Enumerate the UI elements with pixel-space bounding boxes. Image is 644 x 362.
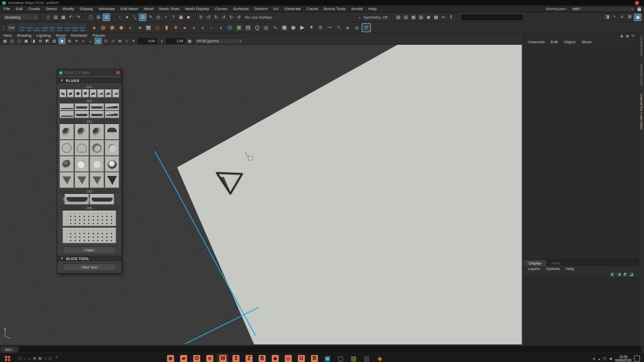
snap-icon[interactable]: ✎ <box>147 14 154 21</box>
exposure-icon[interactable]: ☀ <box>130 38 136 44</box>
tray-clock[interactable]: 19:26 03/06/2018 <box>615 355 631 362</box>
history-icon[interactable]: ↺ <box>220 14 227 21</box>
taskbar-app-icon[interactable]: ▤ <box>348 353 359 362</box>
plug-button[interactable] <box>105 156 119 172</box>
shelf-tool-button[interactable]: 0.0.0FREEZE <box>34 23 41 32</box>
menu-item[interactable]: Mesh <box>144 7 154 11</box>
plug-button[interactable] <box>90 140 104 156</box>
sidebar-toggle-icon[interactable]: ≡ <box>619 14 625 20</box>
history-icon[interactable]: ↻ <box>198 14 204 21</box>
taskbar-app-icon[interactable]: ◆ <box>269 353 281 362</box>
mel-toggle-button[interactable]: MEL <box>1 347 17 352</box>
selection-mode-icon[interactable]: ⊞ <box>95 14 102 21</box>
plug-button[interactable] <box>82 89 89 98</box>
menu-item[interactable]: Edit <box>16 7 23 11</box>
layer-action-icon[interactable]: ◪ <box>630 272 634 277</box>
plug-button[interactable] <box>90 111 104 118</box>
shelf-icon[interactable]: ⌐ <box>208 24 216 32</box>
file-toolbar-icon[interactable]: ↷ <box>75 14 82 21</box>
manipulator-icon[interactable]: ♟ <box>620 34 623 38</box>
pinned-app-icon[interactable]: ⌂ <box>24 357 26 360</box>
plug-button[interactable] <box>105 104 119 111</box>
plug-button[interactable] <box>105 111 119 118</box>
panel-menu-item[interactable]: Renderer <box>71 33 88 38</box>
plug-button[interactable] <box>90 172 104 188</box>
pinned-app-icon[interactable]: ▭ <box>28 356 31 360</box>
tray-up-arrow-icon[interactable]: ∧ <box>593 356 596 361</box>
panel-menu-item[interactable]: Shading <box>17 33 31 38</box>
file-toolbar-icon[interactable]: ▯ <box>45 14 51 21</box>
selection-mode-icon[interactable]: ▢ <box>88 14 94 21</box>
plug-button[interactable] <box>67 89 74 98</box>
shelf-tool-button[interactable]: CENTERPIVOT <box>41 23 48 32</box>
plug-button[interactable] <box>105 89 112 98</box>
tray-discord-icon[interactable]: ◒ <box>598 356 601 361</box>
tab-anim[interactable]: Anim <box>546 260 565 266</box>
shelf-tool-button[interactable]: ALIGNPIVOT <box>64 23 71 32</box>
plug-button[interactable] <box>105 124 119 140</box>
viewport-toolbar-icon[interactable]: ⊠ <box>117 38 123 44</box>
menu-item[interactable]: UV <box>273 7 279 11</box>
plug-button[interactable] <box>59 124 74 140</box>
shelf-icon[interactable]: ▣ <box>280 24 288 32</box>
plug-button[interactable] <box>90 194 114 205</box>
notification-icon[interactable] <box>634 355 640 361</box>
panel-menu-item[interactable]: Panels <box>93 33 105 38</box>
tab-modeling-toolkit[interactable]: Modeling Toolkit <box>640 64 643 86</box>
shelf-icon[interactable]: ▦ <box>144 24 152 32</box>
menu-item[interactable]: Deform <box>255 7 268 11</box>
layer-menu-item[interactable]: Layers <box>528 266 540 271</box>
shelf-tab-arrows[interactable]: ▾▴ <box>2 25 6 30</box>
plug-button[interactable] <box>59 104 74 111</box>
menu-item[interactable]: Edit Mesh <box>120 7 138 11</box>
taskbar-app-icon[interactable]: O <box>191 353 202 362</box>
sidebar-toggle-icon[interactable]: ⊞ <box>626 14 633 20</box>
plug-button[interactable] <box>59 111 74 118</box>
shelf-icon[interactable]: ◍ <box>262 24 270 32</box>
colorspace-dropdown[interactable]: sRGB gamma ▾ <box>194 38 244 44</box>
menu-item[interactable]: Create <box>28 7 40 11</box>
plug-button[interactable] <box>64 194 89 205</box>
plug-button[interactable] <box>59 172 74 188</box>
viewport-toolbar-icon[interactable]: ⊡ <box>103 38 109 44</box>
panel-menu-item[interactable]: View <box>3 33 12 38</box>
shelf-icon[interactable]: ⊕ <box>316 24 325 32</box>
viewport-toolbar-icon[interactable]: ☀ <box>73 38 79 44</box>
channelbox-menu-item[interactable]: Show <box>582 40 592 44</box>
plug-button[interactable] <box>74 89 82 98</box>
plug-button[interactable] <box>74 156 89 172</box>
shelf-icon[interactable]: ▣ <box>235 24 243 32</box>
menu-item[interactable]: Curves <box>215 7 227 11</box>
tray-volume-icon[interactable]: ◄ <box>609 356 613 361</box>
menu-item[interactable]: Bonus Tools <box>324 7 345 11</box>
viewport-toolbar-icon[interactable]: ☼ <box>124 38 130 44</box>
tray-torrent-icon[interactable]: ▽ <box>603 356 606 361</box>
tab-attribute-editor[interactable]: Attribute Editor <box>640 36 643 56</box>
shelf-icon[interactable]: ◎ <box>226 24 234 32</box>
plug-button[interactable] <box>59 140 74 156</box>
edit-icon[interactable]: ✎ <box>631 34 634 38</box>
taskbar-app-icon[interactable]: n <box>204 353 215 362</box>
render-icon[interactable]: ▧ <box>418 14 424 21</box>
shelf-icon[interactable]: ◍ <box>99 24 107 32</box>
viewport-toolbar-icon[interactable]: ◨ <box>30 38 36 44</box>
channel-box-empty[interactable] <box>524 45 638 259</box>
shelf-icon[interactable]: ● <box>90 24 98 32</box>
snap-icon[interactable]: ⊡ <box>139 14 146 21</box>
channelbox-menu-item[interactable]: Object <box>564 40 576 44</box>
shelf-icon[interactable]: ◉ <box>108 24 116 32</box>
snap-icon[interactable]: ╲ <box>131 14 138 21</box>
gamma-icon[interactable]: ◑ <box>158 38 165 44</box>
exposure-field[interactable]: 0.00 <box>138 38 157 44</box>
viewport-toolbar-icon[interactable]: ▱ <box>110 38 116 44</box>
taskbar-app-icon[interactable]: U <box>295 353 307 362</box>
channelbox-menu-item[interactable]: Channels <box>528 40 545 44</box>
shelf-icon[interactable]: ◖ <box>190 24 198 32</box>
menu-item[interactable]: Mesh Display <box>185 7 209 11</box>
shelf-icon[interactable]: ◗ <box>199 24 207 32</box>
snap-icon[interactable]: ? <box>170 14 177 21</box>
snap-icon[interactable]: ▣ <box>178 14 184 21</box>
plug-button[interactable] <box>62 211 116 226</box>
file-toolbar-icon[interactable]: ▤ <box>52 14 59 21</box>
shelf-icon[interactable]: ▮ <box>163 24 171 32</box>
